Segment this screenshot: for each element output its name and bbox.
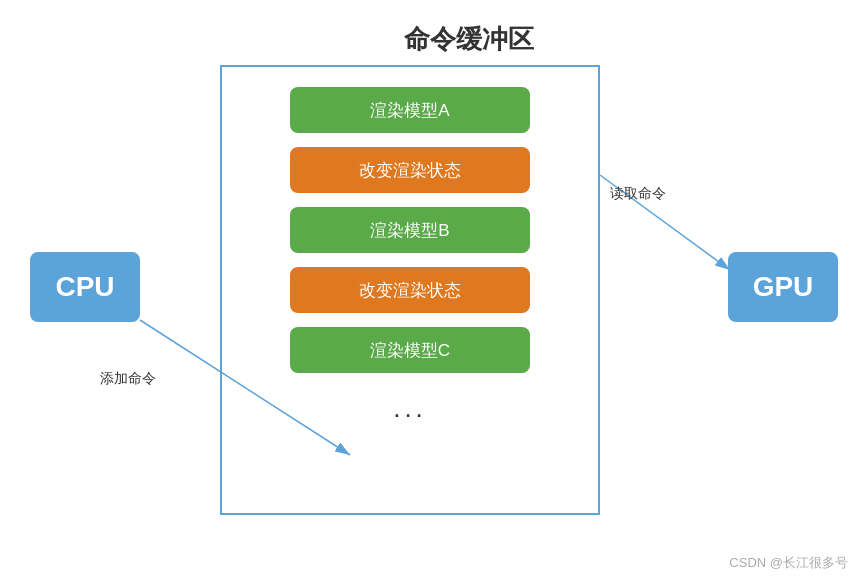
cpu-box: CPU (30, 252, 140, 322)
cpu-label: CPU (55, 271, 114, 303)
gpu-box: GPU (728, 252, 838, 322)
watermark: CSDN @长江很多号 (729, 554, 848, 572)
label-read-command: 读取命令 (610, 185, 666, 203)
diagram-container: 命令缓冲区 渲染模型A 改变渲染状态 渲染模型B 改变渲染状态 渲染模型C ..… (0, 0, 868, 586)
buffer-item-state-change-2: 改变渲染状态 (290, 267, 530, 313)
buffer-item-render-b: 渲染模型B (290, 207, 530, 253)
buffer-item-render-a: 渲染模型A (290, 87, 530, 133)
gpu-label: GPU (753, 271, 814, 303)
label-add-command: 添加命令 (100, 370, 156, 388)
buffer-items-list: 渲染模型A 改变渲染状态 渲染模型B 改变渲染状态 渲染模型C ... (222, 67, 598, 434)
page-title: 命令缓冲区 (404, 22, 534, 57)
buffer-item-render-c: 渲染模型C (290, 327, 530, 373)
buffer-item-state-change-1: 改变渲染状态 (290, 147, 530, 193)
buffer-ellipsis: ... (393, 393, 427, 424)
command-buffer-box: 渲染模型A 改变渲染状态 渲染模型B 改变渲染状态 渲染模型C ... (220, 65, 600, 515)
